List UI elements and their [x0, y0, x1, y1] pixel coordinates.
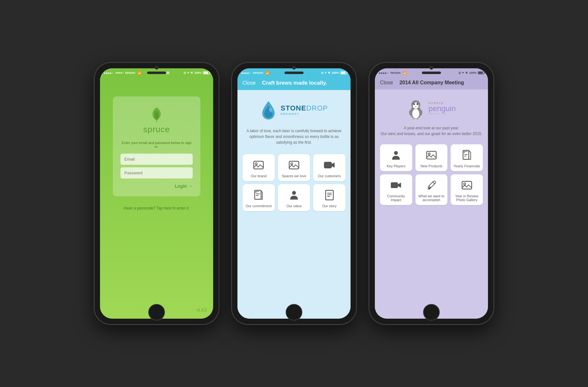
wifi-icon: 📶: [403, 71, 406, 75]
battery-fill: [204, 72, 208, 74]
meeting-header: Close 2014 All Company Meeting: [375, 77, 488, 89]
menu-label-yearly-financials: Yearly Financials: [453, 164, 480, 168]
passcode-hint[interactable]: Have a passcode? Tap here to enter it.: [124, 206, 190, 210]
menu-label-what-we-want: What we want to accomplish: [418, 194, 445, 202]
menu-label-community-impact: Community Impact: [383, 194, 410, 202]
battery-icon: [340, 71, 347, 74]
home-button[interactable]: [423, 304, 440, 321]
menu-item-our-story[interactable]: Our story: [313, 184, 345, 211]
menu-item-new-products[interactable]: New Products: [415, 144, 448, 171]
wifi-icon: 📶: [265, 71, 269, 75]
phone-hardware-top: [422, 66, 441, 74]
penguin-label: penguin: [429, 105, 456, 112]
spruce-leaf-icon: [149, 106, 165, 122]
menu-label-our-commitment: Our commitment: [246, 204, 272, 208]
menu-item-community-impact[interactable]: Community Impact: [380, 174, 412, 205]
svg-rect-3: [289, 161, 299, 169]
menu-item-our-brand[interactable]: Our brand: [243, 154, 275, 181]
menu-item-our-value[interactable]: Our value: [278, 184, 310, 211]
menu-label-our-customers: Our customers: [318, 174, 341, 178]
phone-craft: ●●●●○ Verizon 📶 10:37 AM @ ✦ ❊ 100% Clos…: [232, 63, 356, 324]
status-right: @ ✦ ❊ 100%: [321, 71, 347, 74]
menu-item-year-in-review[interactable]: Year in Review Photo Gallery: [451, 174, 483, 205]
stonedrop-text: STONEDROP BREWERY: [281, 105, 328, 116]
speaker-grille: [284, 72, 304, 74]
menu-item-our-commitment[interactable]: Our commitment: [243, 184, 275, 211]
signal-strength: ●●●●○: [379, 71, 388, 75]
speaker-grille: [422, 72, 441, 74]
phone-hardware-top: [147, 66, 166, 74]
stonedrop-name: STONEDROP: [281, 105, 328, 112]
phone-screen: ●●●●○ ●●●●○ Verizon 📶 10:36 AM @ ✦ ❊ 100…: [100, 68, 213, 319]
password-input[interactable]: [120, 167, 193, 178]
menu-item-key-players[interactable]: Key Players: [380, 144, 412, 171]
battery-percent: 100%: [469, 71, 476, 74]
stonedrop-brewery: BREWERY: [281, 112, 328, 116]
phone-hardware-top: [284, 66, 304, 74]
phone-meeting: ●●●●○ Verizon 📶 10:37 AM @ ✦ ❊ 100% Clos…: [369, 63, 494, 324]
phone-screen: ●●●●○ Verizon 📶 10:37 AM @ ✦ ❊ 100% Clos…: [237, 68, 351, 319]
stonedrop-logo: STONEDROP BREWERY: [260, 100, 328, 120]
svg-point-2: [255, 163, 257, 165]
video-icon: [390, 179, 402, 192]
login-card: spruce Enter your email and password bel…: [113, 96, 200, 196]
battery-fill: [341, 72, 345, 74]
close-button[interactable]: Close: [243, 80, 256, 86]
svg-rect-5: [324, 162, 331, 168]
front-camera: [429, 66, 433, 70]
login-subtitle: Enter your email and password below to s…: [120, 141, 193, 148]
wifi-icon: 📶: [137, 71, 141, 75]
svg-point-8: [292, 191, 296, 195]
spruce-brand-name: spruce: [143, 125, 170, 134]
login-button[interactable]: Login →: [175, 184, 193, 189]
status-icons: @ ✦ ❊: [321, 71, 330, 74]
svg-rect-18: [427, 151, 436, 159]
image-icon: [425, 149, 438, 162]
home-button[interactable]: [286, 304, 302, 321]
meeting-menu-grid: Key Players New Products Yearly Financia…: [380, 144, 483, 205]
meeting-body: PURPLE penguin PAPER CO A year-end look …: [375, 89, 488, 319]
menu-item-our-customers[interactable]: Our customers: [313, 154, 345, 181]
front-camera: [292, 66, 296, 70]
phone-login: ●●●●○ ●●●●○ Verizon 📶 10:36 AM @ ✦ ❊ 100…: [94, 63, 219, 324]
status-icons: @ ✦ ❊: [458, 71, 468, 74]
document-lines-icon: [323, 189, 336, 201]
login-label: Login →: [175, 184, 193, 189]
status-right: @ ✦ ❊ 100%: [458, 71, 484, 74]
menu-label-spaces-we-love: Spaces we love: [282, 174, 306, 178]
gallery-icon: [460, 179, 473, 192]
svg-point-19: [428, 153, 430, 155]
svg-rect-22: [391, 182, 398, 188]
image-icon-2: [288, 159, 300, 171]
stonedrop-light: DROP: [306, 104, 328, 112]
close-button[interactable]: Close: [380, 80, 393, 86]
status-left: ●●●●○ Verizon 📶: [379, 71, 406, 75]
menu-item-what-we-want[interactable]: What we want to accomplish: [415, 174, 448, 205]
home-button[interactable]: [148, 304, 165, 321]
front-camera: [155, 66, 159, 70]
paper-co-label: PAPER CO: [429, 112, 456, 115]
svg-point-11: [412, 109, 419, 118]
battery-icon: [203, 71, 209, 74]
craft-header: Close Craft brews made locally.: [237, 77, 351, 90]
svg-point-4: [291, 163, 293, 165]
menu-label-our-story: Our story: [322, 204, 337, 208]
stonedrop-drop-icon: [260, 100, 277, 120]
carrier-name: Verizon: [253, 71, 263, 74]
penguin-brand-text: PURPLE penguin PAPER CO: [429, 102, 456, 115]
menu-label-year-in-review: Year in Review Photo Gallery: [453, 194, 480, 202]
svg-point-14: [413, 103, 415, 105]
document-icon: [460, 149, 473, 162]
status-left: ●●●●○ ●●●●○ Verizon 📶: [104, 71, 141, 75]
menu-item-spaces-we-love[interactable]: Spaces we love: [278, 154, 310, 181]
menu-item-yearly-financials[interactable]: Yearly Financials: [451, 144, 483, 171]
carrier-name: ●●●●○ Verizon: [115, 71, 135, 74]
phones-container: ●●●●○ ●●●●○ Verizon 📶 10:36 AM @ ✦ ❊ 100…: [94, 63, 494, 324]
email-input[interactable]: [120, 154, 193, 165]
document-icon: [252, 189, 265, 201]
svg-rect-1: [254, 161, 263, 169]
spruce-logo: spruce: [143, 106, 170, 134]
speaker-grille: [147, 72, 166, 74]
pencil-icon: [425, 179, 438, 192]
login-screen: spruce Enter your email and password bel…: [100, 77, 213, 319]
